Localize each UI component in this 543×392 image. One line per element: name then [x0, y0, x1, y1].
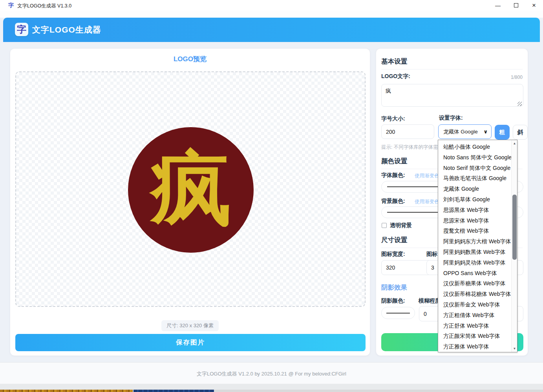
- logo-text-input[interactable]: 疯: [381, 84, 523, 107]
- window-title: 文字LOGO生成器 V1.3.0: [17, 3, 71, 9]
- bg-color-label: 背景颜色:: [381, 198, 405, 205]
- preview-card: LOGO预览 疯 尺寸: 320 x 320 像素 保存图片: [10, 48, 370, 356]
- font-option[interactable]: Noto Serif 简体中文 Google: [438, 163, 511, 173]
- preview-title: LOGO预览: [10, 55, 370, 64]
- font-option[interactable]: 方正雅体 Web字体: [438, 341, 511, 352]
- font-option[interactable]: 龙藏体 Google: [438, 184, 511, 194]
- font-dropdown-list: 站酷小薇体 GoogleNoto Sans 简体中文 GoogleNoto Se…: [438, 140, 517, 352]
- scrollbar-thumb[interactable]: [512, 195, 517, 260]
- taskbar-sliver: [0, 390, 543, 392]
- font-size-input[interactable]: [381, 124, 434, 139]
- app-background-top: [0, 11, 543, 18]
- scroll-up-icon[interactable]: ▲: [512, 140, 517, 146]
- bg-gradient-link[interactable]: 使用渐变色: [415, 199, 439, 205]
- logo-text-label: LOGO文字:: [381, 73, 410, 80]
- app-logo-icon: 字: [15, 23, 28, 36]
- italic-toggle-button[interactable]: 斜: [513, 125, 528, 140]
- title-bar: 字 文字LOGO生成器 V1.3.0 — ×: [0, 0, 543, 11]
- app-title: 文字LOGO生成器: [32, 24, 101, 35]
- icon-height-label: 图标: [426, 251, 437, 258]
- app-icon: 字: [8, 2, 14, 8]
- size-indicator-label: 尺寸: 320 x 320 像素: [161, 320, 219, 331]
- font-option-list: 站酷小薇体 GoogleNoto Sans 简体中文 GoogleNoto Se…: [438, 142, 511, 352]
- font-option[interactable]: 思源黑体 Web字体: [438, 205, 511, 215]
- shadow-color-label: 阴影颜色:: [381, 297, 405, 304]
- size-settings-heading: 尺寸设置: [381, 236, 407, 244]
- shadow-settings-heading: 阴影效果: [381, 283, 407, 292]
- font-family-label: 设置字体:: [439, 115, 463, 122]
- logo-character: 疯: [151, 148, 231, 228]
- dropdown-scrollbar[interactable]: ▲ ▼: [511, 140, 517, 352]
- char-counter: 1/800: [511, 75, 523, 80]
- icon-width-input[interactable]: [381, 260, 431, 275]
- shadow-color-picker[interactable]: [381, 307, 415, 319]
- font-option[interactable]: 马善政毛笔书法体 Google: [438, 173, 511, 184]
- size-indicator: 尺寸: 320 x 320 像素: [10, 320, 370, 331]
- transparent-bg-checkbox[interactable]: [382, 223, 387, 228]
- color-settings-heading: 颜色设置: [381, 157, 407, 166]
- scroll-down-icon[interactable]: ▼: [512, 346, 517, 352]
- font-option[interactable]: 汉仪新蒂糖果体 Web字体: [438, 278, 511, 289]
- maximize-button[interactable]: [510, 0, 522, 11]
- font-option[interactable]: 汉仪新蒂金文 Web字体: [438, 299, 511, 310]
- font-color-label: 字体颜色:: [381, 172, 405, 179]
- minimize-icon: —: [495, 2, 501, 9]
- font-option[interactable]: 阿里妈妈东方大楷 Web字体: [438, 236, 511, 247]
- font-option[interactable]: 刘剑毛草体 Google: [438, 194, 511, 205]
- app-window: 字 文字LOGO生成器 V1.3.0 — × 字 文字LOGO生成器 LOGO预…: [0, 0, 543, 392]
- desktop-strip: [0, 384, 543, 390]
- chevron-down-icon: ∨: [483, 129, 491, 135]
- save-image-button[interactable]: 保存图片: [15, 334, 366, 351]
- maximize-icon: [514, 3, 518, 7]
- font-option[interactable]: 阿里妈妈数黑体 Web字体: [438, 247, 511, 257]
- font-option[interactable]: OPPO Sans Web字体: [438, 268, 511, 279]
- font-option[interactable]: 阿里妈妈灵动体 Web字体: [438, 257, 511, 268]
- font-option[interactable]: 霞鹜文楷 Web字体: [438, 226, 511, 236]
- font-size-label: 字号大小:: [381, 115, 405, 122]
- color-line: [386, 313, 410, 314]
- font-option[interactable]: Noto Sans 简体中文 Google: [438, 152, 511, 163]
- minimize-button[interactable]: —: [492, 0, 504, 11]
- preview-canvas: 疯: [15, 71, 366, 307]
- taskbar-segment-blue: [133, 390, 214, 392]
- footer-text: 文字LOGO生成器 V1.2.0 by 2025.10.21 @ For my …: [0, 370, 543, 377]
- app-logo-glyph: 字: [17, 23, 26, 36]
- logo-circle: 疯: [128, 127, 254, 253]
- bold-toggle-button[interactable]: 粗: [495, 125, 510, 140]
- font-family-selected-value: 龙藏体 Google: [439, 128, 483, 135]
- font-option[interactable]: 思源宋体 Web字体: [438, 215, 511, 226]
- icon-width-label: 图标宽度:: [381, 251, 405, 258]
- font-family-select[interactable]: 龙藏体 Google ∨: [438, 124, 492, 139]
- font-option[interactable]: 站酷小薇体 Google: [438, 142, 511, 152]
- taskbar-segment-orange: [0, 390, 133, 392]
- close-icon: ×: [532, 2, 536, 9]
- app-header: 字 文字LOGO生成器: [3, 18, 540, 42]
- close-button[interactable]: ×: [528, 0, 540, 11]
- transparent-bg-label: 透明背景: [390, 222, 412, 229]
- basic-settings-heading: 基本设置: [381, 57, 407, 66]
- divider: [381, 69, 523, 69]
- font-option[interactable]: 方正粗倩体 Web字体: [438, 310, 511, 321]
- font-option[interactable]: 方正颜宋简体 Web字体: [438, 331, 511, 341]
- blur-level-label: 模糊程度: [419, 297, 441, 304]
- font-option[interactable]: 方正舒体 Web字体: [438, 321, 511, 331]
- footer: 文字LOGO生成器 V1.2.0 by 2025.10.21 @ For my …: [0, 362, 543, 384]
- font-option[interactable]: 汉仪新蒂棉花糖体 Web字体: [438, 289, 511, 299]
- font-gradient-link[interactable]: 使用渐变色: [415, 173, 439, 179]
